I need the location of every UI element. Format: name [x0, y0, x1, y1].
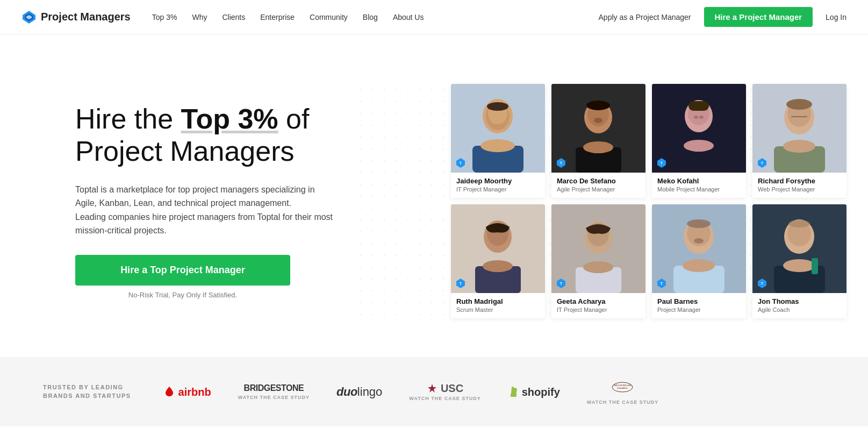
- toptal-badge-meko: T: [656, 158, 667, 168]
- svg-rect-37: [791, 116, 807, 117]
- profile-info-jaideep: Jaideep Moorthy IT Project Manager: [451, 173, 545, 198]
- profile-name-jon: Jon Thomas: [758, 297, 841, 305]
- svg-point-51: [583, 261, 613, 273]
- hire-nav-button[interactable]: Hire a Project Manager: [704, 7, 813, 27]
- svg-point-44: [483, 260, 513, 272]
- svg-text:T: T: [661, 161, 663, 165]
- svg-point-25: [684, 140, 714, 152]
- hero-highlight: Top 3%: [181, 103, 278, 134]
- profile-info-richard: Richard Forsythe Web Project Manager: [752, 173, 847, 198]
- nav-clients[interactable]: Clients: [222, 13, 245, 22]
- logo-text: Project Managers: [41, 11, 131, 23]
- toptal-badge-paul: T: [656, 278, 667, 289]
- hero-title-line3: Project Managers: [75, 136, 295, 167]
- svg-text:T: T: [460, 161, 462, 165]
- svg-text:T: T: [460, 282, 462, 286]
- profile-role-jon: Agile Coach: [758, 306, 841, 313]
- hero-title: Hire the Top 3% of Project Managers: [75, 103, 355, 168]
- profile-info-marco: Marco De Stefano Agile Project Manager: [551, 173, 645, 198]
- brand-bridgestone: BRIDGESTONE WATCH THE CASE STUDY: [238, 384, 310, 400]
- profile-info-ruth: Ruth Madrigal Scrum Master: [451, 293, 545, 318]
- nav-links: Top 3% Why Clients Enterprise Community …: [152, 13, 599, 22]
- svg-point-35: [783, 140, 815, 153]
- toptal-badge-geeta: T: [556, 278, 566, 289]
- nav-right: Apply as a Project Manager Hire a Projec…: [599, 7, 847, 27]
- navbar: Project Managers Top 3% Why Clients Ente…: [0, 0, 868, 34]
- airbnb-logo: airbnb: [163, 386, 211, 398]
- svg-point-36: [786, 99, 812, 110]
- profile-card-jon: T Jon Thomas Agile Coach: [752, 204, 847, 318]
- profile-info-paul: Paul Barnes Project Manager: [652, 293, 746, 318]
- cavs-case-study[interactable]: WATCH THE CASE STUDY: [587, 400, 658, 405]
- hire-hero-button[interactable]: Hire a Top Project Manager: [75, 255, 290, 286]
- profile-name-meko: Meko Kofahl: [657, 177, 741, 185]
- duolingo-logo-text: duolingo: [336, 386, 382, 398]
- profile-info-geeta: Geeta Acharya IT Project Manager: [551, 293, 645, 318]
- svg-text:Cavaliers: Cavaliers: [618, 387, 628, 389]
- profile-card-richard: T Richard Forsythe Web Project Manager: [752, 84, 847, 198]
- profile-role-paul: Project Manager: [657, 306, 741, 313]
- toptal-badge-jon: T: [757, 278, 767, 289]
- profile-name-geeta: Geeta Acharya: [557, 297, 640, 305]
- profile-photo-ruth: T: [451, 204, 545, 293]
- usc-case-study[interactable]: WATCH THE CASE STUDY: [409, 396, 480, 401]
- profiles-grid: T Jaideep Moorthy IT Project Manager: [451, 84, 847, 318]
- bridgestone-case-study[interactable]: WATCH THE CASE STUDY: [238, 395, 310, 400]
- svg-text:T: T: [761, 161, 764, 165]
- profile-card-marco: T Marco De Stefano Agile Project Manager: [551, 84, 645, 198]
- profile-name-richard: Richard Forsythe: [758, 177, 841, 185]
- brands-row: airbnb BRIDGESTONE WATCH THE CASE STUDY …: [163, 379, 825, 405]
- toptal-badge-jaideep: T: [455, 158, 466, 168]
- logo-diamond-icon: [21, 10, 37, 25]
- profile-card-geeta: T Geeta Acharya IT Project Manager: [551, 204, 645, 318]
- profile-card-paul: T Paul Barnes Project Manager: [652, 204, 746, 318]
- svg-point-17: [586, 101, 610, 110]
- airbnb-text: airbnb: [178, 387, 211, 397]
- nav-enterprise[interactable]: Enterprise: [260, 13, 295, 22]
- cavs-logo-display: THE CLEVELAND Cavaliers: [612, 379, 633, 397]
- nav-community[interactable]: Community: [310, 13, 348, 22]
- profile-role-geeta: IT Project Manager: [557, 306, 640, 313]
- svg-point-67: [783, 259, 815, 272]
- profile-name-marco: Marco De Stefano: [557, 177, 640, 185]
- login-link[interactable]: Log In: [826, 13, 847, 22]
- toptal-badge-richard: T: [757, 158, 767, 168]
- hero-profiles: T Jaideep Moorthy IT Project Manager: [355, 84, 847, 318]
- svg-point-73: [169, 391, 172, 394]
- svg-point-60: [694, 238, 704, 244]
- profile-photo-richard: T: [752, 84, 847, 173]
- apply-link[interactable]: Apply as a Project Manager: [599, 13, 691, 22]
- hero-sub-text: No-Risk Trial, Pay Only If Satisfied.: [75, 291, 290, 299]
- profile-photo-paul: T: [652, 204, 746, 293]
- trusted-label: TRUSTED BY LEADING BRANDS AND STARTUPS: [43, 383, 131, 400]
- profile-photo-jon: T: [752, 204, 847, 293]
- nav-blog[interactable]: Blog: [363, 13, 378, 22]
- logo[interactable]: Project Managers: [21, 10, 131, 25]
- shopify-logo-display: shopify: [508, 386, 560, 398]
- hero-description: Toptal is a marketplace for top project …: [75, 183, 333, 238]
- brand-shopify: shopify: [508, 386, 560, 398]
- profile-name-paul: Paul Barnes: [657, 297, 741, 305]
- profile-role-meko: Mobile Project Manager: [657, 186, 741, 193]
- nav-about[interactable]: About Us: [393, 13, 424, 22]
- svg-point-59: [687, 219, 711, 228]
- nav-why[interactable]: Why: [192, 13, 207, 22]
- svg-rect-26: [688, 101, 709, 111]
- bridgestone-logo-text: BRIDGESTONE: [244, 384, 304, 393]
- profile-card-jaideep: T Jaideep Moorthy IT Project Manager: [451, 84, 545, 198]
- toptal-badge-ruth: T: [455, 278, 466, 289]
- profile-role-marco: Agile Project Manager: [557, 186, 640, 193]
- brand-cavs: THE CLEVELAND Cavaliers WATCH THE CASE S…: [587, 379, 658, 405]
- profile-name-jaideep: Jaideep Moorthy: [456, 177, 540, 185]
- usc-text: USC: [441, 383, 463, 394]
- svg-point-72: [166, 391, 169, 394]
- trusted-section: TRUSTED BY LEADING BRANDS AND STARTUPS a…: [0, 357, 868, 426]
- profile-photo-marco: T: [551, 84, 645, 173]
- profile-role-jaideep: IT Project Manager: [456, 186, 540, 193]
- svg-point-28: [699, 116, 704, 119]
- svg-text:T: T: [560, 282, 563, 286]
- usc-logo-display: USC: [427, 383, 463, 394]
- profile-card-ruth: T Ruth Madrigal Scrum Master: [451, 204, 545, 318]
- svg-text:T: T: [560, 161, 563, 165]
- nav-top3[interactable]: Top 3%: [152, 13, 177, 22]
